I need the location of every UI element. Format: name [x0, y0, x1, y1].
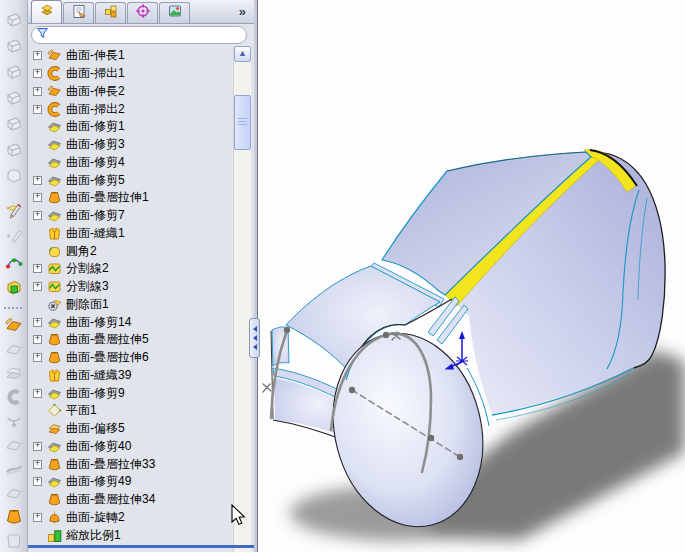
expand-toggle[interactable]: +	[33, 353, 42, 362]
filled-surface-button[interactable]	[3, 435, 25, 454]
tree-item[interactable]: 曲面-修剪3	[28, 136, 233, 154]
tree-item[interactable]: +分割線3	[28, 278, 233, 296]
tree-item[interactable]: 刪除面1	[28, 296, 233, 314]
plane-icon	[47, 403, 62, 418]
view-cube-5-button[interactable]	[3, 113, 25, 134]
tree-item[interactable]: +曲面-掃出2	[28, 100, 233, 118]
dimxpertmanager-tab[interactable]	[127, 2, 158, 23]
graphics-viewport[interactable]	[258, 0, 685, 552]
surface-trim-icon	[47, 155, 62, 170]
expand-toggle[interactable]: +	[33, 51, 42, 60]
expand-toggle[interactable]: +	[33, 389, 42, 398]
view-cube-3-button[interactable]	[3, 61, 25, 82]
solid-tool-button[interactable]	[3, 277, 25, 298]
expand-spacer	[33, 406, 42, 415]
tree-item[interactable]: +曲面-修剪5	[28, 171, 233, 189]
tree-scrollbar[interactable]: ▲	[233, 46, 251, 552]
expand-toggle[interactable]: +	[33, 105, 42, 114]
view-cube-6-button[interactable]	[3, 139, 25, 160]
expand-toggle[interactable]: +	[33, 318, 42, 327]
3d-sketch-button[interactable]	[3, 225, 25, 246]
expand-toggle[interactable]: +	[33, 442, 42, 451]
view-cube-2-button[interactable]	[3, 35, 25, 56]
tree-item-label: 曲面-修剪3	[66, 136, 125, 153]
view-cube-1-button[interactable]	[3, 9, 25, 30]
radiate-surface-button[interactable]	[3, 483, 25, 502]
expand-toggle[interactable]: +	[33, 264, 42, 273]
tree-filter-box[interactable]	[31, 26, 247, 44]
expand-spacer	[33, 531, 42, 540]
view-cube-4-button[interactable]	[3, 87, 25, 108]
tree-item[interactable]: 曲面-偏移5	[28, 420, 233, 438]
solidworks-window: » +曲面-伸長1+曲面-掃出1+曲面-伸長2+曲面-掃出2曲面-修剪1曲面-修…	[0, 0, 685, 552]
tab-overflow-chevron[interactable]: »	[239, 5, 246, 18]
panel-collapse-handle[interactable]	[249, 318, 260, 358]
tree-item[interactable]: +曲面-疊層拉伸5	[28, 331, 233, 349]
tree-item[interactable]: 曲面-疊層拉伸34	[28, 491, 233, 509]
tree-item[interactable]: +曲面-修剪9	[28, 384, 233, 402]
view-cube-round-button[interactable]	[3, 165, 25, 186]
tree-item[interactable]: +曲面-修剪14	[28, 313, 233, 331]
tree-item[interactable]: +曲面-疊層拉伸33	[28, 455, 233, 473]
tree-item[interactable]: +曲面-旋轉2	[28, 509, 233, 527]
tree-item[interactable]: +曲面-疊層拉伸6	[28, 349, 233, 367]
expand-spacer	[33, 495, 42, 504]
tree-item[interactable]: 曲面-修剪4	[28, 154, 233, 172]
lofted-surface-button[interactable]	[3, 507, 25, 526]
swept-surface-button[interactable]	[3, 387, 25, 406]
tree-item[interactable]: 曲面-縫織1	[28, 225, 233, 243]
sketch-button[interactable]	[3, 199, 25, 220]
tree-item[interactable]: 曲面-縫織39	[28, 367, 233, 385]
surface-loft-icon	[47, 492, 62, 507]
planar-surface-button[interactable]	[3, 339, 25, 358]
rollback-bar[interactable]	[28, 545, 254, 548]
tree-item[interactable]: 曲面-修剪1	[28, 118, 233, 136]
tree-item[interactable]: +曲面-修剪49	[28, 473, 233, 491]
featuremanager-tab[interactable]	[31, 0, 62, 23]
expand-toggle[interactable]: +	[33, 335, 42, 344]
tree-item[interactable]: +曲面-掃出1	[28, 65, 233, 83]
tree-item[interactable]: +分割線2	[28, 260, 233, 278]
expand-toggle[interactable]: +	[33, 513, 42, 522]
scroll-up-arrow[interactable]: ▲	[234, 46, 251, 62]
tree-item-label: 曲面-修剪9	[66, 385, 125, 402]
surface-trim-icon	[47, 474, 62, 489]
expand-toggle[interactable]: +	[33, 460, 42, 469]
filter-input[interactable]	[49, 27, 246, 43]
extruded-surface-button[interactable]	[3, 315, 25, 334]
tree-item-label: 曲面-縫織1	[66, 225, 125, 242]
expand-toggle[interactable]: +	[33, 176, 42, 185]
freeform-surface-button[interactable]	[3, 459, 25, 478]
expand-toggle[interactable]: +	[33, 193, 42, 202]
displaymanager-icon	[167, 3, 183, 23]
expand-toggle[interactable]: +	[33, 477, 42, 486]
knit-surface-button[interactable]	[3, 531, 25, 550]
tree-item[interactable]: +曲面-伸長2	[28, 83, 233, 101]
tree-item[interactable]: +曲面-伸長1	[28, 47, 233, 65]
displaymanager-tab[interactable]	[159, 2, 190, 23]
tree-item-label: 曲面-偏移5	[66, 420, 125, 437]
tree-item-label: 曲面-伸長1	[66, 47, 125, 64]
offset-surface-button[interactable]	[3, 363, 25, 382]
curve-through-points-button[interactable]	[3, 251, 25, 272]
expand-toggle[interactable]: +	[33, 211, 42, 220]
expand-toggle[interactable]: +	[33, 69, 42, 78]
scrollbar-thumb[interactable]	[234, 95, 251, 150]
tree-item-label: 曲面-修剪40	[66, 438, 131, 455]
tree-item[interactable]: 平面1	[28, 402, 233, 420]
propertymanager-tab[interactable]	[63, 2, 94, 23]
tree-item[interactable]: 縮放比例1	[28, 526, 233, 544]
expand-toggle[interactable]: +	[33, 87, 42, 96]
tree-item[interactable]: +曲面-修剪7	[28, 207, 233, 225]
tree-item[interactable]: +曲面-疊層拉伸1	[28, 189, 233, 207]
surface-offset-icon	[47, 421, 62, 436]
tree-item-label: 曲面-疊層拉伸5	[66, 331, 149, 348]
featuremanager-icon	[39, 2, 55, 22]
configurationmanager-tab[interactable]	[95, 2, 126, 23]
expand-toggle[interactable]: +	[33, 282, 42, 291]
tree-item[interactable]: 圓角2	[28, 242, 233, 260]
tree-item[interactable]: +曲面-修剪40	[28, 438, 233, 456]
surface-trim-icon	[47, 173, 62, 188]
boundary-surface-button[interactable]	[3, 411, 25, 430]
tree-item-label: 曲面-伸長2	[66, 83, 125, 100]
